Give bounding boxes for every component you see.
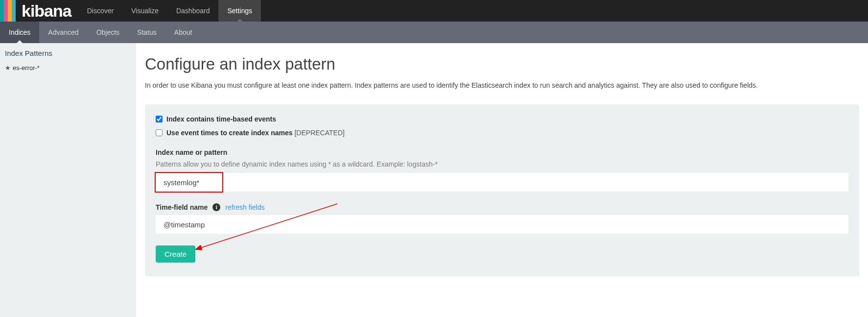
sidebar-entry-label: es-error-*	[13, 64, 40, 72]
subnav-indices[interactable]: Indices	[0, 22, 39, 43]
page-description: In order to use Kibana you must configur…	[145, 80, 859, 91]
nav-visualize[interactable]: Visualize	[122, 0, 167, 22]
subnav-status[interactable]: Status	[128, 22, 165, 43]
config-panel: Index contains time-based events Use eve…	[145, 104, 859, 276]
brand-logo[interactable]: kibana	[0, 0, 78, 22]
page-title: Configure an index pattern	[145, 55, 859, 73]
deprecated-tag: [DEPRECATED]	[294, 129, 344, 137]
index-name-input[interactable]	[156, 173, 848, 192]
create-button[interactable]: Create	[156, 245, 195, 263]
top-navbar: kibana Discover Visualize Dashboard Sett…	[0, 0, 868, 22]
time-field-value: @timestamp	[164, 220, 205, 229]
brand-text: kibana	[22, 1, 71, 21]
index-name-block: Index name or pattern Patterns allow you…	[156, 148, 848, 192]
nav-settings[interactable]: Settings	[218, 0, 261, 22]
content-area: Index Patterns ★ es-error-* Configure an…	[0, 43, 868, 317]
info-icon[interactable]: i	[212, 203, 220, 211]
main-panel: Configure an index pattern In order to u…	[136, 43, 868, 317]
subnav-advanced[interactable]: Advanced	[39, 22, 87, 43]
sidebar-entry-es-error[interactable]: ★ es-error-*	[5, 64, 131, 72]
subnav-about[interactable]: About	[165, 22, 201, 43]
checkbox-time-based-label: Index contains time-based events	[166, 115, 276, 123]
checkbox-event-times-label: Use event times to create index names [D…	[166, 129, 345, 137]
nav-dashboard[interactable]: Dashboard	[167, 0, 219, 22]
checkbox-time-based[interactable]	[156, 116, 163, 122]
time-field-label-row: Time-field name i refresh fields	[156, 203, 848, 211]
time-field-select[interactable]: @timestamp	[156, 215, 848, 234]
nav-discover[interactable]: Discover	[78, 0, 122, 22]
brand-stripes	[0, 0, 16, 22]
checkbox-event-times[interactable]	[156, 129, 163, 136]
refresh-fields-link[interactable]: refresh fields	[225, 203, 264, 211]
sidebar-title: Index Patterns	[5, 49, 131, 57]
checkbox-time-based-row: Index contains time-based events	[156, 115, 848, 123]
sub-navbar: Indices Advanced Objects Status About	[0, 22, 868, 43]
index-name-label: Index name or pattern	[156, 148, 848, 156]
time-field-label: Time-field name	[156, 203, 208, 211]
subnav-objects[interactable]: Objects	[88, 22, 128, 43]
index-name-help: Patterns allow you to define dynamic ind…	[156, 160, 848, 168]
time-field-block: Time-field name i refresh fields @timest…	[156, 203, 848, 234]
checkbox-event-times-row: Use event times to create index names [D…	[156, 129, 848, 137]
star-icon: ★	[5, 64, 11, 72]
sidebar: Index Patterns ★ es-error-*	[0, 43, 136, 317]
index-name-input-wrap	[156, 173, 848, 192]
nav-items: Discover Visualize Dashboard Settings	[78, 0, 261, 22]
checkbox-event-times-text: Use event times to create index names	[166, 129, 293, 137]
